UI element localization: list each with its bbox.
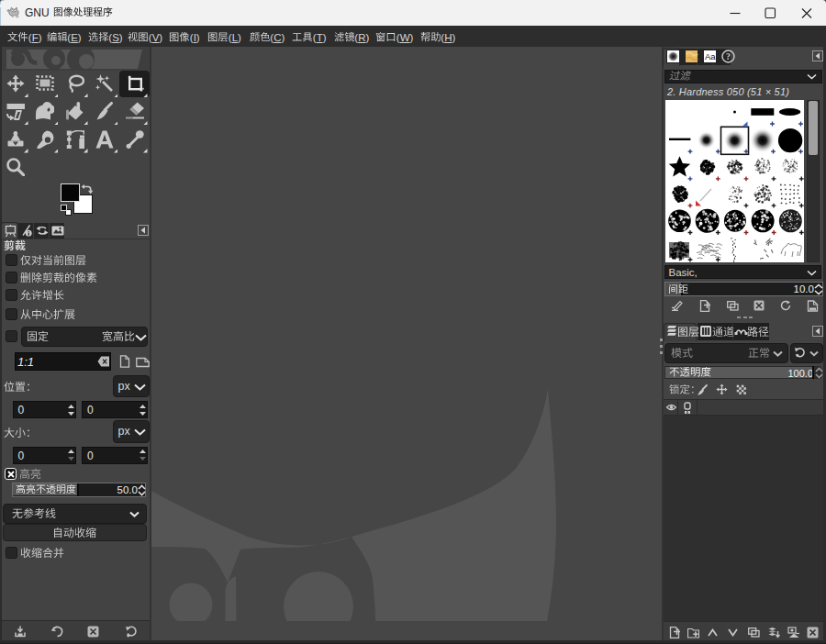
svg-text:Aa: Aa [705, 51, 716, 61]
svg-text:?: ? [726, 52, 731, 61]
